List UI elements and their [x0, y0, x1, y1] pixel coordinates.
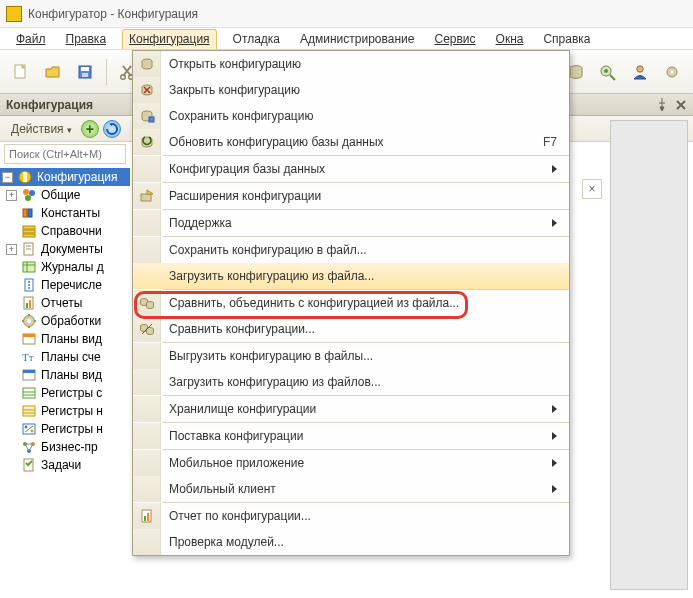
menu-item-label: Загрузить конфигурацию из файлов...: [161, 375, 557, 389]
tree-item[interactable]: Планы вид: [0, 330, 130, 348]
pin-icon[interactable]: [657, 98, 667, 112]
svg-point-15: [29, 190, 35, 196]
menu-edit[interactable]: Правка: [62, 30, 111, 48]
toolbar-scope-icon[interactable]: [595, 59, 621, 85]
toolbar-separator: [106, 59, 107, 85]
menu-file[interactable]: Файл: [12, 30, 50, 48]
menu-service[interactable]: Сервис: [430, 30, 479, 48]
menu-item[interactable]: Поставка конфигурации: [133, 423, 569, 449]
close-config-icon: [133, 77, 161, 103]
svg-point-29: [28, 281, 30, 283]
svg-point-9: [637, 65, 643, 71]
menu-item[interactable]: Выгрузить конфигурацию в файлы...: [133, 343, 569, 369]
refresh-button[interactable]: [103, 120, 121, 138]
tree-item[interactable]: +Документы: [0, 240, 130, 258]
tree-node-label: Константы: [41, 206, 100, 220]
tree-item[interactable]: Перечисле: [0, 276, 130, 294]
tree-item[interactable]: +Общие: [0, 186, 130, 204]
menu-item[interactable]: Сохранить конфигурацию: [133, 103, 569, 129]
tree-item[interactable]: Регистры с: [0, 384, 130, 402]
menu-item[interactable]: Открыть конфигурацию: [133, 51, 569, 77]
menu-item[interactable]: Загрузить конфигурацию из файлов...: [133, 369, 569, 395]
toolbar-person-icon[interactable]: [627, 59, 653, 85]
tree-item[interactable]: Константы: [0, 204, 130, 222]
expand-icon[interactable]: +: [6, 244, 17, 255]
tree-node-icon: [21, 385, 37, 401]
svg-rect-32: [24, 297, 33, 309]
svg-point-8: [604, 69, 608, 73]
menu-item[interactable]: Мобильный клиент: [133, 476, 569, 502]
menu-item-label: Закрыть конфигурацию: [161, 83, 557, 97]
menu-item-icon: [133, 396, 161, 422]
svg-point-16: [25, 195, 31, 201]
actions-button[interactable]: Действия ▾: [6, 119, 77, 139]
menu-item[interactable]: Конфигурация базы данных: [133, 156, 569, 182]
menu-item-label: Сохранить конфигурацию в файл...: [161, 243, 557, 257]
tree-spacer: [6, 334, 17, 345]
tree-item[interactable]: Справочни: [0, 222, 130, 240]
expand-icon[interactable]: +: [6, 190, 17, 201]
tree-item[interactable]: Планы вид: [0, 366, 130, 384]
menu-item-label: Поддержка: [161, 216, 552, 230]
menu-windows[interactable]: Окна: [492, 30, 528, 48]
menu-debug[interactable]: Отладка: [229, 30, 284, 48]
svg-rect-18: [28, 209, 32, 217]
search-input[interactable]: [4, 144, 126, 164]
svg-rect-34: [29, 300, 31, 308]
menu-item[interactable]: Отчет по конфигурации...: [133, 503, 569, 529]
compare-icon: [133, 316, 161, 342]
menu-item[interactable]: Сохранить конфигурацию в файл...: [133, 237, 569, 263]
panel-close-icon[interactable]: [675, 99, 687, 111]
tree-item[interactable]: Журналы д: [0, 258, 130, 276]
tree-node-label: Задачи: [41, 458, 81, 472]
tree-item[interactable]: Регистры н: [0, 420, 130, 438]
tree-item[interactable]: TтПланы сче: [0, 348, 130, 366]
svg-point-14: [23, 189, 29, 195]
tree-spacer: [6, 226, 17, 237]
menu-item[interactable]: Мобильное приложение: [133, 450, 569, 476]
menu-item[interactable]: Расширения конфигурации: [133, 183, 569, 209]
svg-point-30: [28, 284, 30, 286]
menu-item[interactable]: Сравнить конфигурации...: [133, 316, 569, 342]
tree-item[interactable]: Регистры н: [0, 402, 130, 420]
menu-bar: Файл Правка Конфигурация Отладка Админис…: [0, 28, 693, 50]
tree-node-icon: [21, 421, 37, 437]
menu-item[interactable]: Обновить конфигурацию базы данныхF7: [133, 129, 569, 155]
tree-node-label: Документы: [41, 242, 103, 256]
toolbar-gear-icon[interactable]: [659, 59, 685, 85]
menu-item[interactable]: Хранилище конфигурации: [133, 396, 569, 422]
svg-point-11: [670, 70, 674, 74]
menu-item-icon: [133, 529, 161, 555]
toolbar-open-icon[interactable]: [40, 59, 66, 85]
toolbar-new-icon[interactable]: [8, 59, 34, 85]
menu-config[interactable]: Конфигурация: [122, 29, 217, 49]
tree-item[interactable]: Обработки: [0, 312, 130, 330]
tree-root[interactable]: − Конфигурация: [0, 168, 130, 186]
tree-spacer: [6, 280, 17, 291]
clear-search-button[interactable]: ×: [582, 179, 602, 199]
tree-item[interactable]: Задачи: [0, 456, 130, 474]
tree-spacer: [6, 442, 17, 453]
submenu-arrow-icon: [552, 219, 557, 227]
menu-item[interactable]: Поддержка: [133, 210, 569, 236]
tree-spacer: [6, 262, 17, 273]
menu-item[interactable]: Загрузить конфигурацию из файла...: [133, 263, 569, 289]
tree-node-label: Регистры н: [41, 422, 103, 436]
menu-item[interactable]: Сравнить, объединить с конфигурацией из …: [133, 290, 569, 316]
menu-item[interactable]: Проверка модулей...: [133, 529, 569, 555]
collapse-icon[interactable]: −: [2, 172, 13, 183]
menu-item-label: Поставка конфигурации: [161, 429, 552, 443]
tree-node-icon: [21, 439, 37, 455]
menu-admin[interactable]: Администрирование: [296, 30, 418, 48]
menu-help[interactable]: Справка: [539, 30, 594, 48]
add-button[interactable]: +: [81, 120, 99, 138]
tree-node-icon: [21, 367, 37, 383]
tree-node-icon: [21, 241, 37, 257]
tree-item[interactable]: Отчеты: [0, 294, 130, 312]
tree-item[interactable]: Бизнес-пр: [0, 438, 130, 456]
toolbar-save-icon[interactable]: [72, 59, 98, 85]
menu-item[interactable]: Закрыть конфигурацию: [133, 77, 569, 103]
report-icon: [133, 503, 161, 529]
menu-item-icon: [133, 369, 161, 395]
update-db-icon: [133, 129, 161, 155]
